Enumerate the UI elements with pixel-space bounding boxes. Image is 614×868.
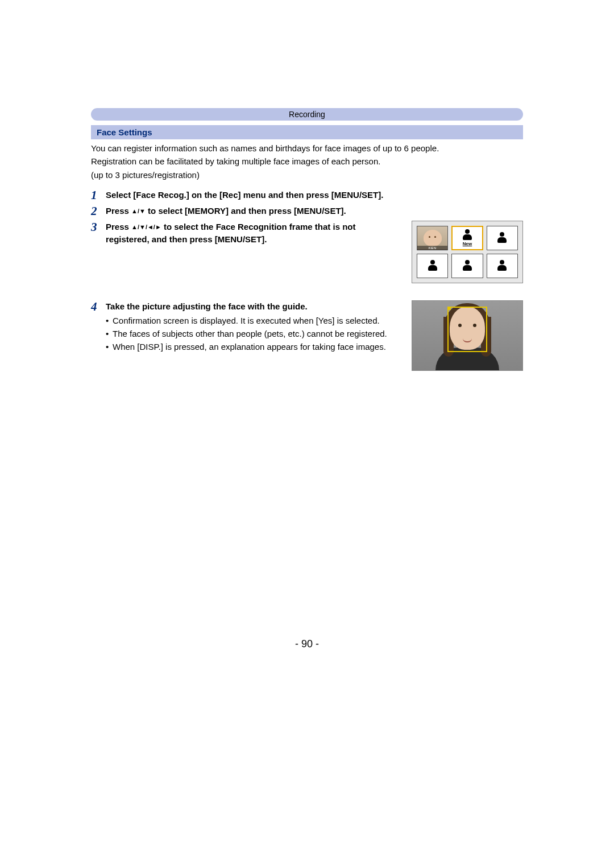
step-2: 2 Press ▲/▼ to select [MEMORY] and then …: [91, 205, 523, 217]
section-header: Face Settings: [91, 125, 523, 139]
person-icon: [496, 232, 508, 243]
step-title: Take the picture adjusting the face with…: [106, 300, 401, 313]
step-title: Press ▲/▼ to select [MEMORY] and then pr…: [106, 205, 523, 217]
person-icon: [462, 229, 473, 241]
breadcrumb: Recording: [91, 108, 523, 121]
note-item: The faces of subjects other than people …: [106, 328, 401, 340]
section-title: Face Settings: [97, 127, 152, 137]
step-1: 1 Select [Face Recog.] on the [Rec] menu…: [91, 189, 523, 201]
face-slot-empty: [451, 254, 483, 278]
intro-text: You can register information such as nam…: [91, 143, 523, 181]
face-guide-frame-icon: [447, 307, 487, 352]
face-slot-registered: KEN: [417, 226, 448, 250]
face-slot-empty: [417, 254, 448, 278]
intro-line: (up to 3 pictures/registration): [91, 170, 523, 181]
step-3-row: 3 Press ▲/▼/◄/► to select the Face Recog…: [91, 221, 523, 283]
note-item: Confirmation screen is displayed. It is …: [106, 315, 401, 326]
step-notes: Confirmation screen is displayed. It is …: [106, 315, 401, 353]
steps-list: 1 Select [Face Recog.] on the [Rec] menu…: [91, 189, 523, 371]
person-icon: [496, 260, 508, 271]
dpad-arrows-icon: ▲/▼/◄/►: [131, 224, 161, 230]
face-slot-empty: [487, 226, 518, 250]
new-label: New: [463, 241, 472, 246]
step-number: 4: [91, 300, 106, 313]
face-slot-selected: New: [451, 226, 483, 250]
note-item: When [DISP.] is pressed, an explanation …: [106, 341, 401, 353]
step-number: 3: [91, 221, 106, 233]
page-number: - 90 -: [91, 638, 523, 650]
breadcrumb-label: Recording: [289, 110, 325, 119]
person-icon: [427, 260, 438, 271]
manual-page: Recording Face Settings You can register…: [0, 0, 614, 650]
face-slot-empty: [487, 254, 518, 278]
step-title: Select [Face Recog.] on the [Rec] menu a…: [106, 189, 523, 201]
face-name-label: KEN: [417, 246, 447, 250]
intro-line: You can register information such as nam…: [91, 143, 523, 154]
intro-line: Registration can be facilitated by takin…: [91, 156, 523, 167]
face-guide-illustration: [412, 300, 523, 371]
step-number: 2: [91, 205, 106, 217]
face-grid-illustration: KEN New: [412, 221, 523, 283]
step-4-row: 4 Take the picture adjusting the face wi…: [91, 300, 523, 371]
step-title: Press ▲/▼/◄/► to select the Face Recogni…: [106, 221, 401, 246]
person-icon: [462, 260, 473, 271]
up-down-arrows-icon: ▲/▼: [131, 208, 146, 214]
step-number: 1: [91, 189, 106, 201]
